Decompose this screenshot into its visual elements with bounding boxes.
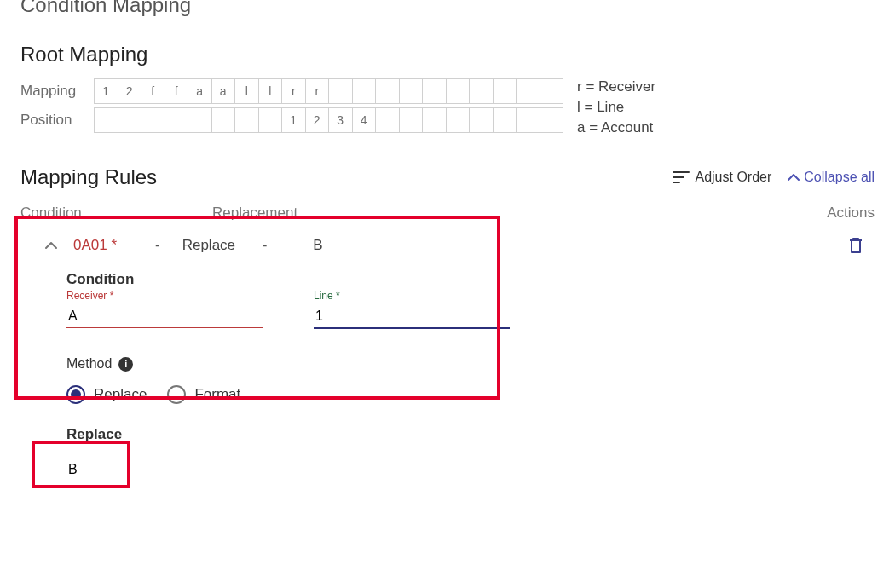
grid-cell[interactable] bbox=[165, 107, 189, 133]
col-replacement: Replacement bbox=[212, 205, 798, 222]
method-label: Method bbox=[66, 356, 112, 372]
grid-cell[interactable] bbox=[493, 107, 517, 133]
grid-cell[interactable] bbox=[469, 78, 494, 104]
method-replace-label: Replace bbox=[94, 386, 147, 403]
grid-cell[interactable]: 4 bbox=[352, 107, 377, 133]
method-format-radio[interactable]: Format bbox=[167, 385, 240, 404]
mapping-cells: 12ffaallrr bbox=[94, 78, 563, 104]
grid-cell[interactable]: a bbox=[211, 78, 236, 104]
grid-cell[interactable]: r bbox=[305, 78, 330, 104]
grid-cell[interactable] bbox=[516, 107, 540, 133]
grid-cell[interactable] bbox=[446, 107, 471, 133]
grid-cell[interactable] bbox=[422, 107, 447, 133]
mapping-rules-title: Mapping Rules bbox=[20, 165, 157, 189]
method-replace-radio[interactable]: Replace bbox=[66, 385, 147, 404]
separator: - bbox=[155, 237, 160, 254]
chevron-up-icon bbox=[787, 171, 800, 183]
grid-cell[interactable]: f bbox=[165, 78, 189, 104]
grid-cell[interactable] bbox=[493, 78, 517, 104]
sort-icon bbox=[673, 170, 690, 185]
grid-cell[interactable] bbox=[118, 107, 142, 133]
grid-cell[interactable]: l bbox=[234, 78, 259, 104]
grid-cell[interactable]: r bbox=[281, 78, 306, 104]
position-label: Position bbox=[20, 112, 94, 129]
replace-input[interactable] bbox=[66, 458, 476, 481]
rule-condition-code: 0A01 * bbox=[73, 237, 133, 254]
root-mapping-title: Root Mapping bbox=[20, 43, 875, 66]
legend: r = Receiver l = Line a = Account bbox=[577, 78, 655, 140]
grid-cell[interactable]: 1 bbox=[94, 78, 118, 104]
grid-cell[interactable] bbox=[375, 78, 400, 104]
line-label: Line * bbox=[314, 290, 510, 302]
separator: - bbox=[263, 237, 268, 254]
grid-cell[interactable] bbox=[94, 107, 118, 133]
grid-cell[interactable] bbox=[211, 107, 236, 133]
grid-cell[interactable] bbox=[399, 107, 424, 133]
grid-cell[interactable] bbox=[258, 107, 283, 133]
delete-rule-button[interactable] bbox=[846, 235, 866, 256]
legend-r: r = Receiver bbox=[577, 78, 655, 95]
receiver-label: Receiver * bbox=[66, 290, 263, 302]
adjust-order-button[interactable]: Adjust Order bbox=[673, 170, 771, 185]
grid-cell[interactable] bbox=[234, 107, 259, 133]
collapse-all-button[interactable]: Collapse all bbox=[787, 170, 875, 185]
method-format-label: Format bbox=[194, 386, 240, 403]
grid-cell[interactable] bbox=[188, 107, 212, 133]
grid-cell[interactable] bbox=[469, 107, 494, 133]
info-icon[interactable]: i bbox=[118, 357, 133, 372]
expand-toggle[interactable] bbox=[44, 239, 58, 251]
grid-cell[interactable] bbox=[540, 107, 564, 133]
legend-a: a = Account bbox=[577, 119, 655, 136]
chevron-up-icon bbox=[44, 239, 58, 251]
grid-cell[interactable]: f bbox=[141, 78, 165, 104]
trash-icon bbox=[848, 237, 863, 254]
replace-title: Replace bbox=[66, 426, 875, 443]
collapse-all-label: Collapse all bbox=[804, 170, 875, 185]
condition-editor-title: Condition bbox=[66, 271, 875, 288]
rule-method: Replace bbox=[182, 237, 240, 254]
legend-l: l = Line bbox=[577, 99, 655, 116]
grid-cell[interactable] bbox=[422, 78, 447, 104]
grid-cell[interactable] bbox=[399, 78, 424, 104]
grid-cell[interactable] bbox=[328, 78, 353, 104]
grid-cell[interactable]: 2 bbox=[305, 107, 330, 133]
col-condition: Condition bbox=[20, 205, 212, 222]
grid-cell[interactable] bbox=[375, 107, 400, 133]
grid-cell[interactable]: l bbox=[258, 78, 283, 104]
rule-row: 0A01 * - Replace - B bbox=[20, 222, 875, 264]
adjust-order-label: Adjust Order bbox=[695, 170, 771, 185]
grid-cell[interactable] bbox=[352, 78, 377, 104]
position-cells: 1234 bbox=[94, 107, 563, 133]
grid-cell[interactable]: 3 bbox=[328, 107, 353, 133]
col-actions: Actions bbox=[798, 205, 875, 222]
partial-header: Condition Mapping bbox=[20, 0, 875, 22]
grid-cell[interactable]: a bbox=[188, 78, 212, 104]
grid-cell[interactable]: 2 bbox=[118, 78, 142, 104]
rule-value: B bbox=[313, 237, 322, 254]
grid-cell[interactable] bbox=[516, 78, 540, 104]
grid-cell[interactable]: 1 bbox=[281, 107, 306, 133]
mapping-label: Mapping bbox=[20, 83, 94, 100]
receiver-input[interactable] bbox=[66, 305, 263, 328]
grid-cell[interactable] bbox=[446, 78, 471, 104]
grid-cell[interactable] bbox=[540, 78, 564, 104]
grid-cell[interactable] bbox=[141, 107, 165, 133]
line-input[interactable] bbox=[314, 305, 510, 329]
